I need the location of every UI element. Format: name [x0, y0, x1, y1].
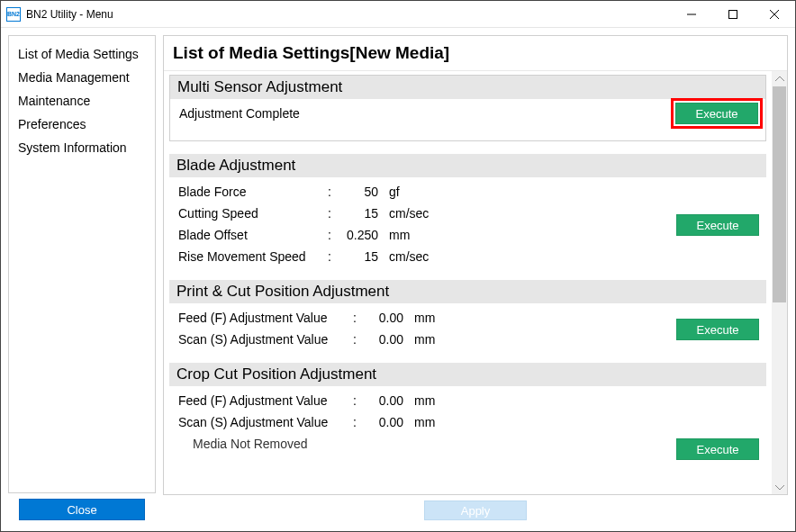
- prop-row: Cutting Speed : 15 cm/sec: [176, 203, 759, 224]
- prop-unit: cm/sec: [384, 249, 447, 264]
- prop-label: Scan (S) Adjustment Value: [178, 415, 348, 429]
- prop-label: Feed (F) Adjustment Value: [178, 393, 348, 408]
- prop-row: Scan (S) Adjustment Value : 0.00 mm: [176, 411, 759, 433]
- main-panel: List of Media Settings[New Media] Multi …: [163, 35, 788, 495]
- section-header-crop-cut: Crop Cut Position Adjustment: [169, 363, 766, 386]
- page-title: List of Media Settings[New Media]: [164, 36, 787, 70]
- scroll-track[interactable]: [772, 86, 787, 479]
- svg-rect-1: [729, 10, 737, 18]
- scroll-up-icon[interactable]: [772, 71, 787, 86]
- prop-colon: :: [322, 206, 339, 221]
- prop-colon: :: [322, 249, 339, 264]
- prop-value: 0.250: [339, 228, 384, 242]
- sidebar-item-media-settings[interactable]: List of Media Settings: [9, 43, 155, 67]
- section-crop-cut: Crop Cut Position Adjustment Feed (F) Ad…: [169, 363, 766, 453]
- prop-value: 0.00: [364, 311, 409, 325]
- content-area: List of Media Settings Media Management …: [1, 28, 795, 531]
- minimize-button[interactable]: [671, 1, 712, 27]
- prop-colon: :: [348, 311, 364, 325]
- prop-row: Blade Offset : 0.250 mm: [176, 224, 759, 246]
- prop-unit: mm: [409, 393, 472, 408]
- prop-row: Rise Movement Speed : 15 cm/sec: [176, 246, 759, 267]
- sidebar-column: List of Media Settings Media Management …: [8, 35, 156, 524]
- prop-label: Blade Force: [178, 185, 322, 199]
- execute-blade-button[interactable]: Execute: [676, 214, 759, 236]
- execute-print-cut-button[interactable]: Execute: [676, 319, 759, 340]
- title-bar: BN2 BN2 Utility - Menu: [1, 1, 795, 28]
- prop-row: Feed (F) Adjustment Value : 0.00 mm: [176, 390, 759, 411]
- section-blade: Blade Adjustment Blade Force : 50 gf: [169, 154, 766, 273]
- prop-unit: mm: [409, 415, 472, 429]
- sidebar-item-preferences[interactable]: Preferences: [9, 113, 155, 137]
- execute-crop-cut-button[interactable]: Execute: [676, 438, 759, 460]
- close-window-button[interactable]: [754, 1, 795, 27]
- prop-label: Scan (S) Adjustment Value: [178, 332, 348, 347]
- sidebar: List of Media Settings Media Management …: [8, 35, 156, 493]
- sidebar-item-maintenance[interactable]: Maintenance: [9, 90, 155, 113]
- prop-value: 0.00: [364, 415, 409, 429]
- apply-button[interactable]: Apply: [424, 500, 527, 520]
- prop-label: Rise Movement Speed: [178, 249, 322, 264]
- prop-unit: mm: [409, 311, 472, 325]
- prop-unit: mm: [384, 228, 447, 242]
- section-multi-sensor: Multi Sensor Adjustment Adjustment Compl…: [169, 75, 766, 141]
- crop-cut-note: Media Not Removed: [176, 433, 759, 453]
- prop-colon: :: [322, 185, 339, 199]
- vertical-scrollbar[interactable]: [772, 71, 787, 494]
- prop-colon: :: [348, 393, 364, 408]
- scroll-area: Multi Sensor Adjustment Adjustment Compl…: [164, 70, 787, 494]
- main-pane: List of Media Settings[New Media] Multi …: [163, 35, 788, 524]
- multi-sensor-status: Adjustment Complete: [177, 103, 758, 124]
- prop-label: Feed (F) Adjustment Value: [178, 311, 348, 325]
- execute-multi-sensor-button[interactable]: Execute: [675, 103, 758, 124]
- prop-label: Blade Offset: [178, 228, 322, 242]
- window-controls: [671, 1, 795, 27]
- section-header-multi-sensor: Multi Sensor Adjustment: [170, 76, 765, 99]
- footer-bar: Apply: [163, 500, 788, 524]
- section-print-cut: Print & Cut Position Adjustment Feed (F)…: [169, 280, 766, 356]
- prop-value: 15: [339, 206, 384, 221]
- prop-row: Feed (F) Adjustment Value : 0.00 mm: [176, 307, 759, 329]
- prop-row: Blade Force : 50 gf: [176, 181, 759, 203]
- prop-unit: cm/sec: [384, 206, 447, 221]
- section-header-print-cut: Print & Cut Position Adjustment: [169, 280, 766, 303]
- prop-value: 0.00: [364, 332, 409, 347]
- maximize-button[interactable]: [712, 1, 754, 27]
- prop-unit: mm: [409, 332, 472, 347]
- prop-label: Cutting Speed: [178, 206, 322, 221]
- prop-value: 50: [339, 185, 384, 199]
- prop-colon: :: [322, 228, 339, 242]
- scroll-down-icon[interactable]: [772, 479, 787, 494]
- section-header-blade: Blade Adjustment: [169, 154, 766, 177]
- close-button[interactable]: Close: [19, 499, 145, 520]
- scroll-thumb[interactable]: [773, 86, 786, 302]
- prop-unit: gf: [384, 185, 447, 199]
- prop-colon: :: [348, 415, 364, 429]
- prop-value: 0.00: [364, 393, 409, 408]
- prop-row: Scan (S) Adjustment Value : 0.00 mm: [176, 329, 759, 350]
- prop-colon: :: [348, 332, 364, 347]
- window-title: BN2 Utility - Menu: [26, 8, 671, 21]
- sidebar-item-system-info[interactable]: System Information: [9, 137, 155, 160]
- sidebar-item-media-management[interactable]: Media Management: [9, 67, 155, 90]
- app-icon: BN2: [6, 7, 21, 22]
- prop-value: 15: [339, 249, 384, 264]
